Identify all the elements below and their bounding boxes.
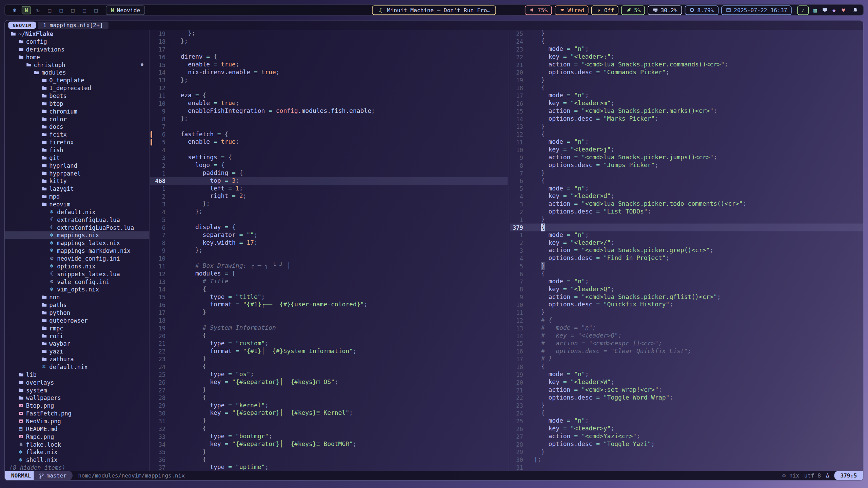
tree-item[interactable]: ❄mappings_latex.nix: [5, 239, 149, 247]
tray-item[interactable]: [822, 7, 828, 13]
code-line[interactable]: 1 }: [510, 216, 863, 224]
code-line[interactable]: 27 }: [150, 386, 508, 394]
cpu-module[interactable]: 8.79%: [685, 5, 718, 15]
code-line[interactable]: 24 {: [510, 38, 863, 45]
tree-item[interactable]: python: [5, 309, 149, 317]
code-line[interactable]: 6 {: [510, 270, 863, 278]
code-line[interactable]: 4 };: [150, 208, 508, 216]
tree-item[interactable]: rmpc: [5, 324, 149, 332]
workspace[interactable]: ↻: [33, 6, 43, 14]
code-line[interactable]: 20 options.desc = "Commands Picker";: [510, 68, 863, 76]
tree-item[interactable]: waybar: [5, 340, 149, 347]
tree-item[interactable]: overlays: [5, 379, 149, 386]
tray-item[interactable]: ♥: [840, 7, 846, 13]
code-line[interactable]: 26 key = "<leader>y";: [510, 425, 863, 433]
tree-item[interactable]: git: [5, 154, 149, 162]
code-line[interactable]: 25 }: [510, 30, 863, 38]
code-line[interactable]: 1 left = 1;: [150, 185, 508, 192]
tree-item[interactable]: yazi: [5, 347, 149, 355]
tree-item[interactable]: color: [5, 115, 149, 123]
code-line[interactable]: 5 mode = "n";: [510, 185, 863, 192]
tree-item[interactable]: btop: [5, 100, 149, 107]
code-line[interactable]: 16 direnv = {: [150, 53, 508, 61]
split-separator[interactable]: [509, 30, 509, 471]
code-line[interactable]: 5: [150, 216, 508, 224]
tree-item[interactable]: ❄default.nix: [5, 208, 149, 216]
tree-item[interactable]: zathura: [5, 355, 149, 363]
code-line[interactable]: 3 };: [150, 200, 508, 208]
tree-item[interactable]: fish: [5, 146, 149, 154]
code-line[interactable]: 10 enable = true;: [150, 100, 508, 107]
code-line[interactable]: 3 action = "<cmd>lua Snacks.picker.grep(…: [510, 247, 863, 255]
tree-item[interactable]: rofi: [5, 332, 149, 340]
code-line[interactable]: 32 {: [150, 425, 508, 433]
tree-item[interactable]: NeoVim.png: [5, 417, 149, 425]
code-line[interactable]: 19 }: [510, 76, 863, 84]
tree-item[interactable]: ~/NixFlake: [5, 30, 149, 38]
code-line[interactable]: 13 };: [150, 76, 508, 84]
code-line[interactable]: 15 type = "title";: [150, 293, 508, 301]
tree-item[interactable]: nnn: [5, 293, 149, 301]
tree-item[interactable]: ☾snippets_latex.lua: [5, 270, 149, 278]
code-line[interactable]: 11 mode = "n";: [510, 138, 863, 146]
tree-item[interactable]: config: [5, 38, 149, 45]
code-line[interactable]: 2 key = "<leader>/";: [510, 239, 863, 247]
tree-item[interactable]: 1_deprecated: [5, 84, 149, 92]
tree-item[interactable]: ⚙neovide_config.ini: [5, 255, 149, 262]
code-line[interactable]: 16 format = "{#1}╭── {#}{user-name-color…: [150, 301, 508, 309]
code-line[interactable]: 25 mode = "n";: [510, 417, 863, 425]
code-line[interactable]: 30 ];: [510, 456, 863, 464]
tree-item[interactable]: kitty: [5, 177, 149, 185]
temperature-module[interactable]: 5%: [621, 5, 645, 15]
tree-item[interactable]: ☾extraConfigLuaPost.lua: [5, 224, 149, 231]
code-line[interactable]: 468 top = 3;: [150, 177, 508, 185]
code-line[interactable]: 4 options.desc = "Find in Project";: [510, 255, 863, 262]
code-line[interactable]: 4 key = "<leader>d";: [510, 192, 863, 200]
code-line[interactable]: 18 };: [150, 38, 508, 45]
clock-module[interactable]: 2025-07-22 16:37: [721, 5, 792, 15]
code-line[interactable]: 30 key = "{#separator}│ {#keys}≡ Kernel"…: [150, 409, 508, 417]
code-line[interactable]: 7 }: [510, 169, 863, 177]
code-line[interactable]: 10: [150, 255, 508, 262]
tree-item[interactable]: neovim: [5, 200, 149, 208]
code-line[interactable]: 29 type = "kernel";: [150, 402, 508, 409]
code-line[interactable]: 13 # mode = "n";: [510, 324, 863, 332]
tree-item[interactable]: Rmpc.png: [5, 433, 149, 441]
code-line[interactable]: 28 options.desc = "Toggle Yazi";: [510, 441, 863, 448]
code-line[interactable]: 14 nix-direnv.enable = true;: [150, 68, 508, 76]
code-line[interactable]: 9 action = "<cmd>lua Snacks.picker.jumps…: [510, 154, 863, 162]
code-line[interactable]: 14 {: [150, 285, 508, 293]
code-line[interactable]: 12 {: [510, 130, 863, 138]
tray-item[interactable]: ◆: [831, 7, 837, 13]
code-line[interactable]: 11 eza = {: [150, 92, 508, 100]
code-line[interactable]: 10 options.desc = "Quickfix History";: [510, 301, 863, 309]
code-line[interactable]: 2 options.desc = "List TODOs";: [510, 208, 863, 216]
tab-mappings-nix[interactable]: 1 mappings.nix[2+]: [38, 21, 109, 29]
code-line[interactable]: 15 # action = "<cmd>cexpr []<cr>";: [510, 340, 863, 347]
tree-item[interactable]: ❄mappings.nix: [5, 231, 149, 239]
code-line[interactable]: 1 mode = "n";: [510, 231, 863, 239]
workspace[interactable]: □: [57, 6, 66, 14]
code-line[interactable]: 13 # Title: [150, 278, 508, 286]
tree-item[interactable]: qutebrowser: [5, 317, 149, 324]
code-line[interactable]: 17 # }: [510, 355, 863, 363]
code-line[interactable]: 35 }: [150, 448, 508, 456]
code-line[interactable]: 19 };: [150, 30, 508, 38]
code-line[interactable]: 26 key = "{#separator}│ {#keys}□ OS";: [150, 379, 508, 386]
tree-item[interactable]: docs: [5, 123, 149, 130]
tree-item[interactable]: beets: [5, 92, 149, 100]
tree-item[interactable]: flake.lock: [5, 441, 149, 448]
code-line[interactable]: 17 }: [150, 309, 508, 317]
code-line[interactable]: 9 action = "<cmd>lua Snacks.picker.qflis…: [510, 293, 863, 301]
tree-item[interactable]: ⚙vale_config.ini: [5, 278, 149, 286]
workspace[interactable]: □: [68, 6, 78, 14]
code-line[interactable]: 6 fastfetch = {: [150, 130, 508, 138]
code-line[interactable]: 22 key = "<leader>:";: [510, 53, 863, 61]
workspace[interactable]: □: [80, 6, 89, 14]
tree-item[interactable]: christoph●: [5, 61, 149, 69]
code-line[interactable]: 11 }: [510, 309, 863, 317]
tree-item[interactable]: chromium: [5, 107, 149, 115]
code-line[interactable]: 7: [150, 123, 508, 130]
code-line[interactable]: 20 key = "<leader>W";: [510, 379, 863, 386]
tree-item[interactable]: ❄flake.nix: [5, 448, 149, 456]
